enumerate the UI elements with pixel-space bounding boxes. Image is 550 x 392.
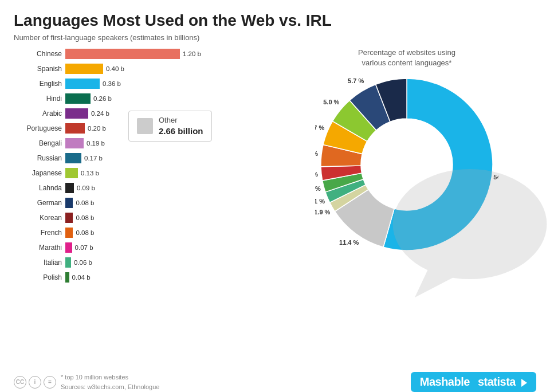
brand-statista: statista <box>478 375 527 389</box>
donut-chart-container: 54.4 %11.4 %1.9 %2.1 %2.2 %2.6 %4.1 %4.7… <box>315 73 498 256</box>
other-legend-box <box>137 118 153 134</box>
bar-row: Chinese1.20 b <box>14 48 277 60</box>
bar-wrap: 0.08 b <box>65 198 277 208</box>
donut-label-6: 4.1 % <box>315 151 318 158</box>
bar-fill <box>65 108 88 119</box>
bar-label: Portuguese <box>14 124 65 132</box>
bar-value: 0.08 b <box>76 199 94 206</box>
bar-fill <box>65 213 73 223</box>
bar-row: Korean0.08 b <box>14 211 277 224</box>
main-content: Chinese1.20 bSpanish0.40 bEnglish0.36 bH… <box>14 48 536 364</box>
donut-label-3: 2.1 % <box>315 198 325 205</box>
bar-wrap: 0.08 b <box>65 228 277 238</box>
donut-label-9: 5.7 % <box>348 77 364 84</box>
bar-value: 0.36 b <box>103 80 121 87</box>
bar-value: 0.13 b <box>81 170 99 177</box>
bar-label: Japanese <box>14 169 65 177</box>
bar-wrap: 0.06 b <box>65 257 277 268</box>
bar-value: 0.20 b <box>88 125 106 132</box>
bar-fill <box>65 183 74 193</box>
bar-label: Hindi <box>14 95 65 103</box>
bar-value: 0.06 b <box>74 259 92 266</box>
bar-label: Italian <box>14 258 65 266</box>
cc-icons: CC i = <box>14 376 56 389</box>
bar-label: Polish <box>14 273 65 281</box>
other-legend-text: Other2.66 billion <box>159 116 203 136</box>
footer: CC i = * top 10 million websites Sources… <box>14 367 536 392</box>
bar-label: Spanish <box>14 65 65 73</box>
other-legend: Other2.66 billion <box>128 111 212 142</box>
info-icon: i <box>29 376 41 389</box>
bar-wrap: 0.04 b <box>65 272 277 283</box>
footer-left: CC i = * top 10 million websites Sources… <box>14 373 159 391</box>
bar-fill <box>65 257 71 268</box>
bar-wrap: 0.36 b <box>65 79 277 89</box>
donut-label-1: 11.4 % <box>339 239 359 246</box>
bar-label: Bengali <box>14 139 65 147</box>
bar-value: 0.17 b <box>84 155 103 162</box>
bar-value: 0.24 b <box>91 110 109 117</box>
bar-label: Arabic <box>14 109 65 117</box>
footer-note-line1: * top 10 million websites <box>61 373 159 382</box>
bar-value: 1.20 b <box>183 50 201 57</box>
bar-wrap: 0.13 b <box>65 168 277 178</box>
bar-row: Polish0.04 b <box>14 271 277 284</box>
bar-wrap: 0.08 b <box>65 213 277 223</box>
bar-label: Lahnda <box>14 184 65 192</box>
brand-mashable: Mashable <box>420 375 470 389</box>
bar-row: English0.36 b <box>14 77 277 90</box>
footer-note: * top 10 million websites Sources: w3tec… <box>61 373 159 391</box>
donut-label-5: 2.6 % <box>315 171 318 178</box>
bar-row: Italian0.06 b <box>14 256 277 269</box>
donut-label-7: 4.7 % <box>315 124 324 131</box>
bar-value: 0.09 b <box>77 185 95 191</box>
bar-label: English <box>14 80 65 88</box>
donut-center-icon <box>378 142 435 187</box>
bar-row: Marathi0.07 b <box>14 241 277 254</box>
bar-label: Marathi <box>14 244 65 252</box>
bar-fill <box>65 168 78 178</box>
chart-subtitle: Number of first-language speakers (estim… <box>14 33 536 42</box>
bar-row: German0.08 b <box>14 197 277 209</box>
bar-row: French0.08 b <box>14 226 277 239</box>
bar-row: Lahnda0.09 b <box>14 182 277 194</box>
donut-section: Percentage of websites using various con… <box>277 48 536 364</box>
bar-fill <box>65 272 69 283</box>
donut-label-2: 1.9 % <box>315 209 331 216</box>
bar-fill <box>65 49 180 59</box>
bar-value: 0.19 b <box>87 140 105 147</box>
bar-label: Chinese <box>14 50 65 58</box>
bar-row: Russian0.17 b <box>14 152 277 164</box>
bar-fill <box>65 79 100 89</box>
bar-wrap: 0.17 b <box>65 153 277 163</box>
donut-label-4: 2.2 % <box>315 186 321 193</box>
donut-label-8: 5.0 % <box>323 99 339 106</box>
bar-fill <box>65 64 103 74</box>
donut-chart-title: Percentage of websites using various con… <box>358 48 455 68</box>
bar-fill <box>65 138 84 148</box>
bar-row: Hindi0.26 b <box>14 92 277 105</box>
bar-fill <box>65 93 91 104</box>
brand-statista-arrow <box>521 379 527 387</box>
bar-value: 0.07 b <box>75 244 93 251</box>
bar-fill <box>65 242 72 253</box>
bar-row: Japanese0.13 b <box>14 167 277 179</box>
bar-wrap: 0.07 b <box>65 242 277 253</box>
bar-wrap: 0.40 b <box>65 64 277 74</box>
bar-label: Korean <box>14 214 65 222</box>
bar-value: 0.04 b <box>72 274 91 281</box>
bar-wrap: 0.09 b <box>65 183 277 193</box>
cc-icon: CC <box>14 376 26 389</box>
footer-brand: Mashable statista <box>411 372 536 392</box>
page-title: Languages Most Used on the Web vs. IRL <box>14 11 536 30</box>
bar-value: 0.40 b <box>106 65 124 72</box>
bar-fill <box>65 228 73 238</box>
bar-row: Spanish0.40 b <box>14 62 277 75</box>
bar-wrap: 0.26 b <box>65 93 277 104</box>
bar-label: Russian <box>14 154 65 162</box>
bar-fill <box>65 123 85 134</box>
bar-label: French <box>14 229 65 237</box>
main-container: Languages Most Used on the Web vs. IRL N… <box>0 0 550 392</box>
bar-fill <box>65 153 81 163</box>
bar-fill <box>65 198 73 208</box>
